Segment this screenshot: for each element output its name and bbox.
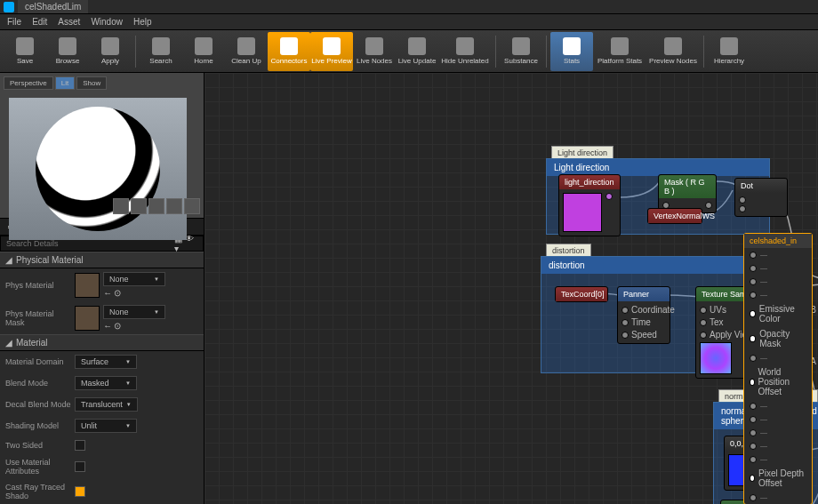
prop-shading-model: Shading ModelUnlit [0,415,204,436]
prop-phys-material: Phys MaterialNone←⊙ [0,268,204,301]
dropdown[interactable]: None [103,272,165,286]
prop-material-domain: Material DomainSurface [0,351,204,372]
viewport-shape-3-icon[interactable] [148,198,164,214]
node-light-direction[interactable]: light_direction [558,174,621,236]
toolbar-preview-nodes-button[interactable]: Preview Nodes [646,32,700,71]
toolbar-clean-up-button[interactable]: Clean Up [225,32,268,71]
prop-use-material-attributes: Use Material Attributes [0,454,204,479]
swatch-magenta [563,193,602,232]
swatch-noise [700,342,732,374]
node-panner[interactable]: Panner Coordinate Time Speed [617,286,670,344]
node-texcoord[interactable]: TexCoord[0] [555,286,608,302]
node-dot-1[interactable]: Dot [734,178,788,217]
toolbar-stats-button[interactable]: Stats [550,32,593,71]
dropdown[interactable]: Translucent [75,397,138,412]
browse-icon[interactable]: ← [103,321,112,331]
menu-help[interactable]: Help [133,17,152,27]
viewport-shape-5-icon[interactable] [184,198,200,214]
prop-decal-blend-mode: Decal Blend ModeTranslucent [0,394,204,415]
use-icon[interactable]: ⊙ [114,321,121,331]
toolbar-live-nodes-button[interactable]: Live Nodes [353,32,396,71]
toolbar-browse-button[interactable]: Browse [46,32,89,71]
menu-edit[interactable]: Edit [32,17,47,27]
dropdown[interactable]: None [103,305,165,319]
toolbar-hide-unrelated-button[interactable]: Hide Unrelated [438,32,492,71]
prop-phys-material-mask: Phys Material MaskNone←⊙ [0,301,204,334]
node-vertex-normal[interactable]: VertexNormalWS [647,208,702,224]
toolbar-live-preview-button[interactable]: Live Preview [310,32,353,71]
menu-file[interactable]: File [7,17,21,27]
prop-two-sided: Two Sided [0,436,204,454]
viewport-perspective-button[interactable]: Perspective [4,76,53,90]
checkbox[interactable] [75,440,85,451]
checkbox[interactable] [75,486,85,497]
dropdown[interactable]: Surface [75,355,137,369]
toolbar-home-button[interactable]: Home [182,32,225,71]
physical-material-section[interactable]: ◢ Physical Material [0,252,204,268]
ue-logo-icon [4,2,14,12]
dropdown[interactable]: Masked [75,376,137,390]
viewport-shape-4-icon[interactable] [166,198,182,214]
viewport-shape-2-icon[interactable] [131,198,147,214]
menu-window[interactable]: Window [91,17,123,27]
material-graph[interactable]: Light direction Light direction light_di… [204,73,818,504]
viewport-shape-1-icon[interactable] [113,198,129,214]
prop-cast-ray-traced-shado: Cast Ray Traced Shado [0,479,204,504]
thumbnail[interactable] [75,306,100,331]
toolbar-apply-button[interactable]: Apply [89,32,132,71]
material-output-node[interactable]: celshaded_in — — — — Emissive Color Opac… [743,233,813,504]
file-tab[interactable]: celShadedLim [18,0,88,13]
file-tab-label: celShadedLim [25,2,81,12]
viewport-lit-button[interactable]: Lit [55,76,75,90]
toolbar-search-button[interactable]: Search [140,32,182,71]
dropdown[interactable]: Unlit [75,419,137,433]
use-icon[interactable]: ⊙ [114,288,121,298]
material-viewport[interactable]: Perspective Lit Show [0,73,204,218]
viewport-show-button[interactable]: Show [76,76,107,90]
toolbar-platform-stats-button[interactable]: Platform Stats [593,32,646,71]
search-details-input[interactable] [6,239,174,248]
prop-blend-mode: Blend ModeMasked [0,372,204,394]
toolbar-live-update-button[interactable]: Live Update [396,32,438,71]
thumbnail[interactable] [75,273,100,298]
checkbox[interactable] [75,461,85,472]
toolbar-hierarchy-button[interactable]: Hierarchy [708,32,750,71]
toolbar-save-button[interactable]: Save [4,32,46,71]
toolbar-substance-button[interactable]: Substance [500,32,542,71]
preview-render [9,98,187,240]
toolbar-connectors-button[interactable]: Connectors [268,32,310,71]
browse-icon[interactable]: ← [103,288,112,298]
material-section[interactable]: ◢ Material [0,334,204,351]
menu-asset[interactable]: Asset [58,17,80,27]
